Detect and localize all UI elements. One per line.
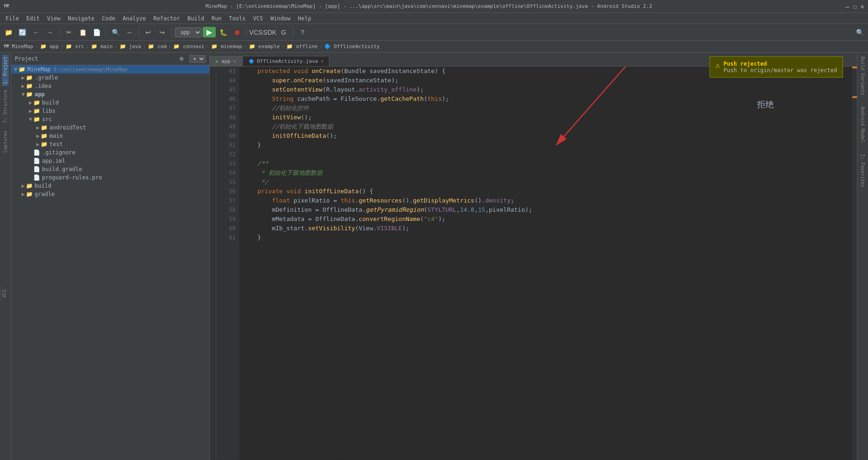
toolbar-paste-btn[interactable]: 📄 xyxy=(90,26,103,39)
toolbar-sep6 xyxy=(293,28,293,37)
favorites-tab[interactable]: 2: Favorites xyxy=(859,152,866,189)
stop-button[interactable]: ⏹ xyxy=(231,26,243,39)
menu-tools[interactable]: Tools xyxy=(225,14,249,23)
tree-item-androidtest[interactable]: ▶ 📁 androidTest xyxy=(11,123,209,132)
tree-item-proguard[interactable]: ▶ 📄 proguard-rules.pro xyxy=(11,173,209,182)
tree-item-build-inner[interactable]: ▶ 📁 build xyxy=(11,98,209,107)
menu-file[interactable]: File xyxy=(2,14,23,23)
toolbar-vcs-btn[interactable]: VCS xyxy=(249,26,262,39)
vcs-side-tab[interactable]: VCS xyxy=(0,287,8,301)
breadcrumb-offlineactivity[interactable]: 🔷 OfflineActivity xyxy=(324,43,380,49)
toolbar-sync-btn[interactable]: 🔄 xyxy=(16,26,29,39)
breadcrumb-java[interactable]: 📁 java xyxy=(120,43,141,49)
breadcrumb-main[interactable]: 📁 main xyxy=(91,43,113,49)
tree-item-build-outer[interactable]: ▶ 📁 build xyxy=(11,182,209,190)
sidebar-view-select[interactable]: ▾ xyxy=(189,55,206,63)
code-line-46: String cachePath = FileSource.getCachePa… xyxy=(243,94,849,104)
debug-button[interactable]: 🐛 xyxy=(217,26,230,39)
toolbar-find-btn[interactable]: 🔍 xyxy=(109,26,122,39)
toolbar-help-btn[interactable]: ? xyxy=(296,26,309,39)
toolbar-cut-btn[interactable]: ✂ xyxy=(62,26,75,39)
menu-build[interactable]: Build xyxy=(184,14,208,23)
toolbar-gradle-btn[interactable]: G xyxy=(277,26,290,39)
code-line-51: } xyxy=(243,141,849,150)
menu-vcs[interactable]: VCS xyxy=(249,14,267,23)
breadcrumb: 🗺 MineMap › 📁 app › 📁 src › 📁 main › 📁 j… xyxy=(0,41,868,53)
tree-item-main[interactable]: ▶ 📁 main xyxy=(11,132,209,140)
tree-item-test[interactable]: ▶ 📁 test xyxy=(11,140,209,148)
breadcrumb-com[interactable]: 📁 com xyxy=(148,43,167,49)
maximize-button[interactable]: ☐ xyxy=(853,3,856,10)
tree-item-app[interactable]: ▼ 📁 app xyxy=(11,90,209,98)
toolbar-redo-btn[interactable]: ↪ xyxy=(156,26,169,39)
run-button[interactable]: ▶ xyxy=(203,27,216,37)
tree-item-gradle-dir[interactable]: ▶ 📁 .gradle xyxy=(11,74,209,82)
structure-tab[interactable]: 7: Structure xyxy=(2,88,9,125)
menu-help[interactable]: Help xyxy=(294,14,315,23)
breadcrumb-example[interactable]: 📁 example xyxy=(249,43,280,49)
toolbar-back-btn[interactable]: ← xyxy=(30,26,42,39)
code-line-45: setContentView(R.layout.activity_offline… xyxy=(243,85,849,94)
tab-app-close[interactable]: × xyxy=(233,59,236,64)
project-tab[interactable]: 1: Project xyxy=(2,55,9,86)
menu-window[interactable]: Window xyxy=(267,14,294,23)
tree-item-src[interactable]: ▼ 📁 src xyxy=(11,115,209,123)
sidebar-title: Project xyxy=(15,55,38,62)
code-line-57: float pixelRatio = this.getResources().g… xyxy=(243,196,849,205)
code-line-61: } xyxy=(243,233,849,242)
captures-tab[interactable]: Captures xyxy=(2,129,9,154)
android-model-tab[interactable]: Android Model xyxy=(859,104,866,144)
close-button[interactable]: ✕ xyxy=(861,3,864,10)
code-lines[interactable]: protected void onCreate(Bundle savedInst… xyxy=(239,67,852,460)
menu-analyze[interactable]: Analyze xyxy=(119,14,150,23)
app-config-dropdown[interactable]: app xyxy=(175,27,202,37)
menu-view[interactable]: View xyxy=(43,14,64,23)
warning-icon: ⚠ xyxy=(716,61,720,69)
menu-refactor[interactable]: Refactor xyxy=(150,14,184,23)
toolbar-sep3 xyxy=(139,28,139,37)
breadcrumb-src[interactable]: 📁 src xyxy=(66,43,85,49)
toolbar-replace-btn[interactable]: ↔ xyxy=(123,26,136,39)
code-line-49: //初始化下载地图数据 xyxy=(243,122,849,131)
toolbar-undo-btn[interactable]: ↩ xyxy=(142,26,155,39)
menu-code[interactable]: Code xyxy=(98,14,119,23)
main-area: 1: Project 7: Structure Captures Project… xyxy=(0,53,868,460)
sidebar-gear-btn[interactable]: ⚙ xyxy=(177,55,186,63)
editor-container: ▶ app × 🔷 OfflineActivity.java × 4344454… xyxy=(210,53,857,460)
toolbar-sdk-btn[interactable]: SDK xyxy=(263,26,276,39)
tree-item-minemap[interactable]: ▼ 📁 MineMap E:\onlineminemap\MineMap xyxy=(11,65,209,74)
tree-item-build-gradle[interactable]: ▶ 📄 build.gradle xyxy=(11,165,209,173)
tree-item-app-iml[interactable]: ▶ 📄 app.iml xyxy=(11,157,209,165)
tab-offlineactivity[interactable]: 🔷 OfflineActivity.java × xyxy=(243,56,329,66)
menu-run[interactable]: Run xyxy=(208,14,225,23)
project-sidebar: Project ⚙ ▾ ▼ 📁 MineMap E:\onlineminemap… xyxy=(11,53,210,460)
tab-offlineactivity-close[interactable]: × xyxy=(321,59,323,64)
breadcrumb-offline[interactable]: 📁 offline xyxy=(286,43,317,49)
code-line-48: initView(); xyxy=(243,113,849,122)
tree-item-gradle[interactable]: ▶ 📁 gradle xyxy=(11,190,209,198)
project-tree: ▼ 📁 MineMap E:\onlineminemap\MineMap ▶ 📁… xyxy=(11,65,209,460)
toolbar-sep5 xyxy=(246,28,247,37)
breadcrumb-minemap[interactable]: 🗺 MineMap xyxy=(4,43,33,49)
toolbar: 📁 🔄 ← → ✂ 📋 📄 🔍 ↔ ↩ ↪ app ▶ 🐛 ⏹ VCS SDK … xyxy=(0,24,868,41)
toolbar-project-btn[interactable]: 📁 xyxy=(2,26,15,39)
minimize-button[interactable]: — xyxy=(845,3,849,10)
push-rejected-notification: ⚠ Push rejected Push to origin/master wa… xyxy=(710,56,843,78)
code-line-53: /** xyxy=(243,159,849,168)
toolbar-search-btn[interactable]: 🔍 xyxy=(853,26,866,39)
code-line-60: mIb_start.setVisibility(View.VISIBLE); xyxy=(243,224,849,233)
menu-navigate[interactable]: Navigate xyxy=(64,14,98,23)
menu-edit[interactable]: Edit xyxy=(23,14,43,23)
window-controls[interactable]: — ☐ ✕ xyxy=(845,3,864,10)
tab-app[interactable]: ▶ app × xyxy=(210,56,242,66)
line-numbers: 4344454647 4849505152 5354555657 5859606… xyxy=(216,67,239,460)
tree-item-idea[interactable]: ▶ 📁 .idea xyxy=(11,82,209,90)
build-variants-tab[interactable]: Build Variants xyxy=(859,55,866,97)
breadcrumb-app[interactable]: 📁 app xyxy=(40,43,59,49)
toolbar-copy-btn[interactable]: 📋 xyxy=(76,26,89,39)
tree-item-libs[interactable]: ▶ 📁 libs xyxy=(11,107,209,115)
tree-item-gitignore[interactable]: ▶ 📄 .gitignore xyxy=(11,148,209,157)
toolbar-forward-btn[interactable]: → xyxy=(43,26,56,39)
breadcrumb-cennavi[interactable]: 📁 cennavi xyxy=(173,43,204,49)
breadcrumb-minemap2[interactable]: 📁 minemap xyxy=(211,43,242,49)
